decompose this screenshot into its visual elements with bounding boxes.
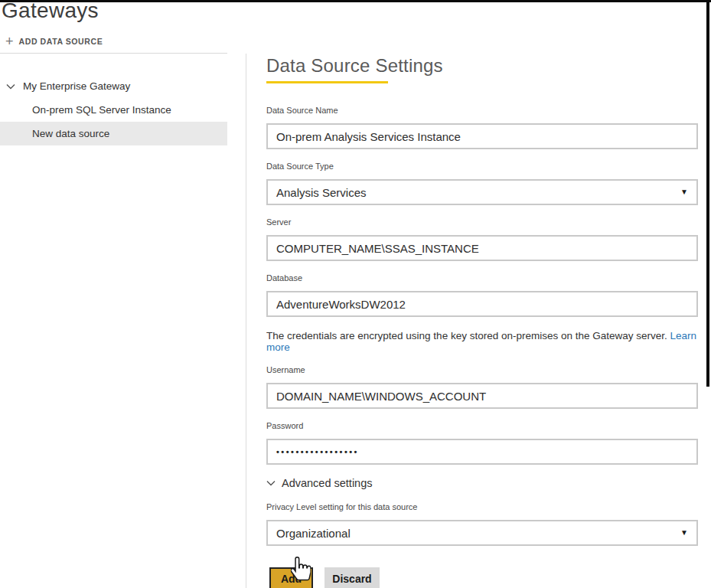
data-source-settings-panel: Data Source Settings Data Source Name Da… — [266, 54, 698, 588]
chevron-down-icon — [266, 480, 276, 486]
credentials-note-text: The credentials are encrypted using the … — [266, 330, 667, 341]
tree-item-label: New data source — [32, 128, 109, 139]
chevron-down-icon — [6, 83, 15, 90]
add-data-source-label: ADD DATA SOURCE — [19, 37, 103, 46]
panel-divider — [246, 54, 246, 588]
gateways-page: Gateways + ADD DATA SOURCE My Enterprise… — [0, 0, 711, 588]
privacy-level-select[interactable]: Organizational ▼ — [266, 520, 698, 546]
tree-item-label: My Enterprise Gateway — [23, 80, 130, 92]
data-source-type-select[interactable]: Analysis Services ▼ — [266, 179, 698, 205]
tree-item-new-data-source[interactable]: New data source — [0, 122, 227, 145]
data-source-name-input[interactable] — [266, 123, 698, 149]
dropdown-caret-icon: ▼ — [680, 529, 688, 537]
field-group-password: Password ••••••••••••••••• — [266, 421, 698, 465]
dropdown-caret-icon: ▼ — [680, 188, 688, 196]
field-group-database: Database — [266, 273, 698, 317]
page-title: Gateways — [2, 0, 99, 23]
field-label: Privacy Level setting for this data sour… — [266, 502, 698, 512]
field-group-data-source-type: Data Source Type Analysis Services ▼ — [266, 162, 698, 205]
field-label: Data Source Name — [266, 106, 698, 116]
hand-cursor-icon — [291, 557, 311, 586]
field-label: Username — [266, 365, 698, 375]
field-label: Data Source Type — [266, 162, 698, 172]
tree-item-my-enterprise-gateway[interactable]: My Enterprise Gateway — [0, 74, 227, 98]
field-label: Database — [266, 273, 698, 283]
discard-button[interactable]: Discard — [325, 567, 380, 588]
field-label: Password — [266, 421, 698, 431]
field-label: Server — [266, 217, 698, 227]
advanced-settings-label: Advanced settings — [282, 477, 373, 489]
field-group-username: Username — [266, 365, 698, 409]
add-data-source-button[interactable]: + ADD DATA SOURCE — [5, 35, 103, 47]
password-input[interactable]: ••••••••••••••••• — [266, 439, 698, 465]
panel-title: Data Source Settings — [266, 55, 698, 77]
tree-item-onprem-sql-server-instance[interactable]: On-prem SQL Server Instance — [0, 98, 227, 122]
selected-option-label: Analysis Services — [276, 186, 367, 199]
gateway-tree: My Enterprise Gateway On-prem SQL Server… — [0, 74, 227, 145]
field-group-privacy-level: Privacy Level setting for this data sour… — [266, 502, 698, 546]
database-input[interactable] — [266, 291, 698, 317]
username-input[interactable] — [266, 383, 698, 409]
tree-item-label: On-prem SQL Server Instance — [32, 104, 171, 116]
credentials-note: The credentials are encrypted using the … — [266, 330, 710, 353]
plus-icon: + — [5, 35, 14, 47]
window-top-border — [0, 0, 711, 2]
selected-option-label: Organizational — [276, 527, 351, 540]
advanced-settings-toggle[interactable]: Advanced settings — [266, 477, 698, 489]
field-group-data-source-name: Data Source Name — [266, 106, 698, 149]
toolbar-divider — [0, 53, 227, 54]
server-input[interactable] — [266, 235, 698, 261]
window-right-border — [706, 0, 709, 387]
field-group-server: Server — [266, 217, 698, 261]
action-buttons: Add Discard — [266, 567, 698, 588]
title-accent-underline — [266, 81, 388, 83]
